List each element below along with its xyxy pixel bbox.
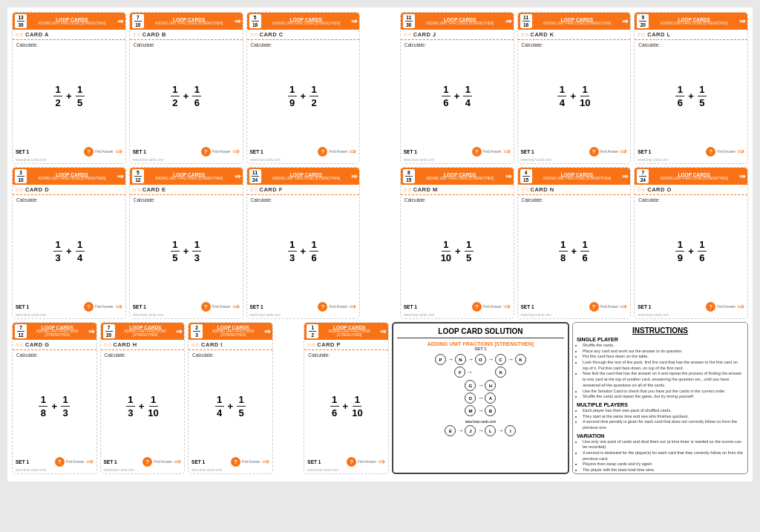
card-m: 815 LOOP CARDSADDING UNIT FRACTIONS [STR… [400,167,514,319]
card-i: 23 LOOP CARDSADDING UNIT FRACTIONS [STRE… [188,322,273,474]
card-h: 720 LOOP CARDSADDING UNIT FRACTIONS [STR… [100,322,186,474]
solution-title: LOOP CARD SOLUTION [397,327,564,338]
loop-diagram: P → N → O → C → K F ← K [397,354,564,436]
row-1: 13 30 LOOP CARDS ADDING UNIT FRACTIONS [… [12,12,748,164]
card-a-footer: SET 1 ? Find Answer ⇒ [13,145,125,158]
card-a-arrow: ⇒ [117,17,123,25]
solution-card: LOOP CARD SOLUTION ADDING UNIT FRACTIONS… [392,322,569,474]
card-k: 1118 LOOP CARDSADDING UNIT FRACTIONS [ST… [517,12,632,164]
card-n: 415 LOOP CARDSADDING UNIT FRACTIONS [STR… [517,167,632,319]
card-d: 310 LOOP CARDSADDING UNIT FRACTIONS [STR… [12,167,126,319]
card-a-body: Calculate: 1 2 + 1 5 [13,40,125,145]
card-e: 512 LOOP CARDSADDING UNIT FRACTIONS [STR… [129,167,243,319]
card-f: 1124 LOOP CARDSADDING UNIT FRACTIONS [ST… [246,167,361,319]
card-p: 12 LOOP CARDSADDING UNIT FRACTIONS [STRE… [304,322,389,474]
card-o: 724 LOOP CARDSADDING UNIT FRACTIONS [STR… [634,167,748,319]
card-b: 710 LOOP CARDSADDING UNIT FRACTIONS [STR… [129,12,243,164]
card-j: 1130 LOOP CARDSADDING UNIT FRACTIONS [ST… [400,12,514,164]
card-a-title: LOOP CARDS ADDING UNIT FRACTIONS [STRENG… [28,17,116,26]
card-a-equation: 1 2 + 1 5 [16,50,122,142]
card-a-fraction: 13 30 [15,14,27,28]
find-answer-icon-b[interactable]: ? [201,147,211,157]
full-page: 13 30 LOOP CARDS ADDING UNIT FRACTIONS [… [7,7,753,482]
card-l: 920 LOOP CARDSADDING UNIT FRACTIONS [STR… [634,12,748,164]
find-answer-icon[interactable]: ? [84,147,94,157]
row-3: 712 LOOP CARDSADDING UNIT FRACTIONS [STR… [12,322,748,474]
row-2: 310 LOOP CARDSADDING UNIT FRACTIONS [STR… [12,167,748,319]
card-a-header: 13 30 LOOP CARDS ADDING UNIT FRACTIONS [… [13,13,125,30]
card-a: 13 30 LOOP CARDS ADDING UNIT FRACTIONS [… [12,12,126,164]
card-b-header: 710 LOOP CARDSADDING UNIT FRACTIONS [STR… [130,13,243,30]
card-a-namerow: ☆☆ CARD A [13,30,125,40]
instructions-card: INSTRUCTIONS SINGLE PLAYER Shuffle the c… [572,322,748,474]
card-g: 712 LOOP CARDSADDING UNIT FRACTIONS [STR… [12,322,97,474]
instructions-title: INSTRUCTIONS [577,326,744,335]
card-c: 518 LOOP CARDSADDING UNIT FRACTIONS [STR… [246,12,361,164]
